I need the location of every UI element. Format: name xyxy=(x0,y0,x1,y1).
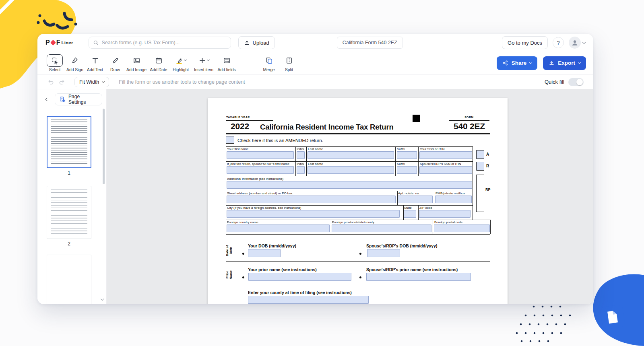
foreign-province-label: Foreign province/state/county xyxy=(332,220,374,224)
code-rp-box[interactable] xyxy=(476,175,484,212)
help-button[interactable]: ? xyxy=(553,37,564,48)
tool-add-date[interactable]: Add Date xyxy=(148,54,169,72)
image-icon xyxy=(128,54,144,67)
chevron-down-icon xyxy=(529,61,532,64)
page-thumbnail-3[interactable] xyxy=(47,255,91,304)
go-to-my-docs-label: Go to my Docs xyxy=(508,40,542,46)
spouse-dob-field[interactable] xyxy=(367,249,400,257)
your-prior-name-field[interactable] xyxy=(248,273,351,281)
city-field[interactable] xyxy=(227,210,400,218)
your-dob-field[interactable] xyxy=(248,249,281,257)
tool-select[interactable]: Select xyxy=(45,54,65,72)
spouse-ssn-label: Spouse's/RDP's SSN or ITIN xyxy=(420,162,461,166)
zip-field[interactable] xyxy=(419,210,471,218)
state-field[interactable] xyxy=(404,210,416,218)
page-thumbnail-1[interactable] xyxy=(47,116,91,168)
initial-field[interactable] xyxy=(297,151,305,159)
tool-insert-item[interactable]: Insert item xyxy=(192,54,215,72)
sidebar-scrollbar[interactable] xyxy=(103,109,105,184)
scanline-square xyxy=(413,115,420,122)
county-field[interactable] xyxy=(248,296,369,304)
plus-icon xyxy=(196,54,212,67)
additional-info-label: Additional information (see instructions… xyxy=(227,177,283,181)
foreign-country-field[interactable] xyxy=(227,224,330,232)
redo-button[interactable] xyxy=(58,78,66,86)
scroll-down-button[interactable] xyxy=(101,295,103,302)
share-label: Share xyxy=(512,60,527,66)
taxable-year-label: TAXABLE YEAR xyxy=(226,116,250,119)
tool-merge[interactable]: Merge xyxy=(259,54,279,72)
tool-insert-item-label: Insert item xyxy=(194,68,213,72)
chevron-down-icon xyxy=(101,297,104,301)
search-icon xyxy=(93,40,99,46)
additional-info-field[interactable] xyxy=(227,181,472,189)
go-to-my-docs-button[interactable]: Go to my Docs xyxy=(502,36,548,49)
spouse-initial-field[interactable] xyxy=(297,166,305,174)
code-r-checkbox[interactable] xyxy=(476,162,484,171)
tool-draw[interactable]: Draw xyxy=(105,54,125,72)
spouse-first-name-field[interactable] xyxy=(227,166,294,174)
spouse-ssn-field[interactable] xyxy=(419,166,472,174)
upload-icon xyxy=(244,40,250,46)
tool-add-image-label: Add Image xyxy=(126,68,147,72)
tool-add-sign[interactable]: Add Sign xyxy=(65,54,85,72)
zoom-select[interactable]: Fit Width xyxy=(74,77,109,87)
share-button[interactable]: Share xyxy=(497,56,538,70)
foreign-country-label: Foreign country name xyxy=(227,220,258,224)
code-a-checkbox[interactable] xyxy=(476,150,484,159)
text-icon xyxy=(87,54,103,67)
merge-icon xyxy=(261,54,277,67)
account-menu[interactable] xyxy=(569,37,585,49)
tool-add-fields[interactable]: Add fields xyxy=(215,54,238,72)
upload-button[interactable]: Upload xyxy=(238,36,275,49)
spouse-last-name-field[interactable] xyxy=(308,166,394,174)
suffix-field[interactable] xyxy=(397,151,417,159)
foreign-province-field[interactable] xyxy=(332,224,431,232)
tool-split[interactable]: Split xyxy=(279,54,299,72)
tax-year: 2022 xyxy=(231,122,249,131)
collapse-sidebar-button[interactable] xyxy=(42,95,52,104)
undo-button[interactable] xyxy=(47,78,54,86)
last-name-label: Last name xyxy=(308,147,323,151)
foreign-postal-field[interactable] xyxy=(434,224,490,232)
share-icon xyxy=(502,60,508,66)
form-grid-line xyxy=(418,205,419,220)
form-rule xyxy=(449,120,489,121)
dob-side-label-text: Date of Birth xyxy=(225,242,233,259)
tool-add-image[interactable]: Add Image xyxy=(125,54,148,72)
form-grid-line xyxy=(226,234,490,235)
select-cursor-icon xyxy=(47,54,63,67)
last-name-field[interactable] xyxy=(308,151,394,159)
page-thumbnail-2[interactable] xyxy=(47,186,91,239)
tool-highlight[interactable]: Highlight xyxy=(169,54,192,72)
page-settings-button[interactable]: Page Settings xyxy=(55,93,102,105)
tool-add-fields-label: Add fields xyxy=(217,68,235,72)
hint-text: Fill the form or use another tools to ch… xyxy=(119,79,245,85)
quick-fill-toggle[interactable] xyxy=(568,78,584,86)
ssn-field[interactable] xyxy=(419,151,472,159)
highlighter-icon xyxy=(173,54,189,67)
apt-field[interactable] xyxy=(398,196,433,203)
spouse-suffix-field[interactable] xyxy=(397,166,417,174)
city-label: City (If you have a foreign address, see… xyxy=(227,206,301,210)
form-grid-line xyxy=(473,146,473,220)
code-rp-label: RP xyxy=(485,187,491,192)
form-word-label: FORM xyxy=(449,116,489,119)
spouse-prior-name-field[interactable] xyxy=(366,273,471,281)
street-field[interactable] xyxy=(227,196,396,203)
pdfliner-logo[interactable]: P F Liner xyxy=(45,39,73,46)
first-name-field[interactable] xyxy=(227,151,294,159)
amended-checkbox[interactable] xyxy=(226,136,234,144)
dob-side-label: Date of Birth xyxy=(226,241,232,260)
tool-select-label: Select xyxy=(49,68,61,72)
form-grid-line xyxy=(226,146,473,147)
logo-suffix: Liner xyxy=(61,40,73,45)
pmb-field[interactable] xyxy=(435,196,472,203)
search-input[interactable] xyxy=(102,40,227,45)
pmb-label: PMB/private mailbox xyxy=(436,192,465,195)
page-1-number: 1 xyxy=(47,170,91,176)
tool-add-text[interactable]: Add Text xyxy=(85,54,105,72)
avatar xyxy=(569,37,581,49)
export-button[interactable]: Export xyxy=(543,56,586,70)
editor-content: Page Settings 1 2 TAXABLE YEAR xyxy=(37,89,593,304)
